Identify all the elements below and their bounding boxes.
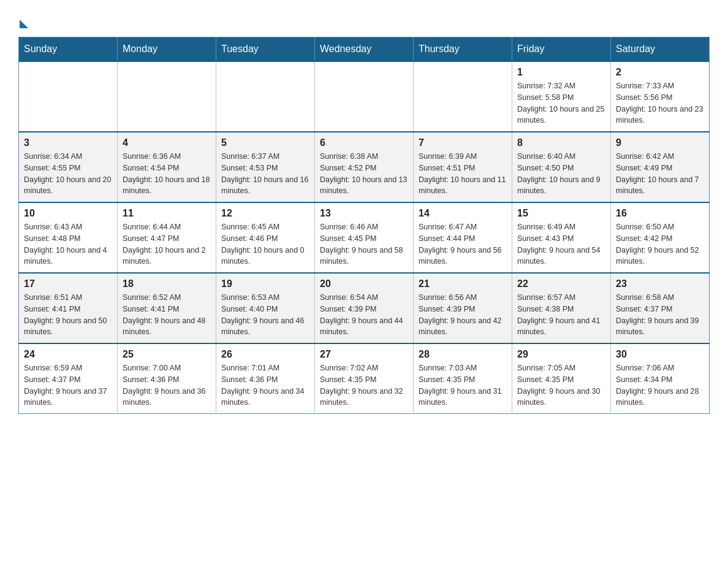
calendar-day-cell: 25Sunrise: 7:00 AMSunset: 4:36 PMDayligh… [118, 343, 216, 414]
day-number: 27 [320, 349, 408, 360]
day-info: Sunrise: 6:36 AMSunset: 4:54 PMDaylight:… [123, 151, 211, 197]
day-number: 8 [517, 137, 605, 148]
calendar-day-cell: 13Sunrise: 6:46 AMSunset: 4:45 PMDayligh… [315, 202, 414, 273]
calendar-day-cell [414, 61, 512, 132]
calendar-day-cell: 2Sunrise: 7:33 AMSunset: 5:56 PMDaylight… [611, 61, 710, 132]
day-number: 4 [123, 137, 211, 148]
calendar-day-cell: 28Sunrise: 7:03 AMSunset: 4:35 PMDayligh… [414, 343, 512, 414]
calendar-day-cell [315, 61, 414, 132]
calendar-week-row: 17Sunrise: 6:51 AMSunset: 4:41 PMDayligh… [19, 273, 710, 343]
calendar-day-cell: 18Sunrise: 6:52 AMSunset: 4:41 PMDayligh… [118, 273, 216, 343]
day-info: Sunrise: 7:01 AMSunset: 4:36 PMDaylight:… [221, 362, 309, 408]
day-info: Sunrise: 7:05 AMSunset: 4:35 PMDaylight:… [517, 362, 605, 408]
logo-general-text [18, 18, 28, 28]
day-of-week-header: Sunday [19, 37, 118, 62]
day-info: Sunrise: 6:54 AMSunset: 4:39 PMDaylight:… [320, 292, 408, 338]
day-number: 6 [320, 137, 408, 148]
day-info: Sunrise: 7:06 AMSunset: 4:34 PMDaylight:… [616, 362, 704, 408]
day-number: 9 [616, 137, 704, 148]
day-of-week-header: Wednesday [315, 37, 414, 62]
day-number: 21 [419, 278, 507, 289]
day-of-week-header: Friday [512, 37, 611, 62]
calendar-day-cell: 15Sunrise: 6:49 AMSunset: 4:43 PMDayligh… [512, 202, 611, 273]
day-number: 1 [517, 67, 605, 78]
day-number: 23 [616, 278, 704, 289]
day-number: 3 [24, 137, 112, 148]
day-number: 17 [24, 278, 112, 289]
calendar-day-cell: 19Sunrise: 6:53 AMSunset: 4:40 PMDayligh… [216, 273, 315, 343]
day-info: Sunrise: 6:45 AMSunset: 4:46 PMDaylight:… [221, 221, 309, 267]
day-info: Sunrise: 7:00 AMSunset: 4:36 PMDaylight:… [123, 362, 211, 408]
calendar-day-cell [118, 61, 216, 132]
day-number: 14 [419, 208, 507, 219]
calendar-day-cell: 27Sunrise: 7:02 AMSunset: 4:35 PMDayligh… [315, 343, 414, 414]
calendar-day-cell: 16Sunrise: 6:50 AMSunset: 4:42 PMDayligh… [611, 202, 710, 273]
day-info: Sunrise: 6:38 AMSunset: 4:52 PMDaylight:… [320, 151, 408, 197]
day-number: 19 [221, 278, 309, 289]
day-info: Sunrise: 6:49 AMSunset: 4:43 PMDaylight:… [517, 221, 605, 267]
day-number: 10 [24, 208, 112, 219]
calendar-day-cell: 1Sunrise: 7:32 AMSunset: 5:58 PMDaylight… [512, 61, 611, 132]
day-info: Sunrise: 6:58 AMSunset: 4:37 PMDaylight:… [616, 292, 704, 338]
day-info: Sunrise: 6:37 AMSunset: 4:53 PMDaylight:… [221, 151, 309, 197]
day-info: Sunrise: 6:42 AMSunset: 4:49 PMDaylight:… [616, 151, 704, 197]
day-number: 15 [517, 208, 605, 219]
day-info: Sunrise: 6:53 AMSunset: 4:40 PMDaylight:… [221, 292, 309, 338]
day-number: 20 [320, 278, 408, 289]
calendar-day-cell: 21Sunrise: 6:56 AMSunset: 4:39 PMDayligh… [414, 273, 512, 343]
day-info: Sunrise: 6:40 AMSunset: 4:50 PMDaylight:… [517, 151, 605, 197]
day-number: 7 [419, 137, 507, 148]
day-of-week-header: Monday [118, 37, 216, 62]
page-header [18, 12, 710, 25]
calendar-day-cell: 11Sunrise: 6:44 AMSunset: 4:47 PMDayligh… [118, 202, 216, 273]
calendar-day-cell: 24Sunrise: 6:59 AMSunset: 4:37 PMDayligh… [19, 343, 118, 414]
calendar-header: SundayMondayTuesdayWednesdayThursdayFrid… [19, 37, 710, 62]
calendar-day-cell: 7Sunrise: 6:39 AMSunset: 4:51 PMDaylight… [414, 132, 512, 202]
day-number: 5 [221, 137, 309, 148]
day-number: 29 [517, 349, 605, 360]
day-info: Sunrise: 7:33 AMSunset: 5:56 PMDaylight:… [616, 80, 704, 126]
day-of-week-header: Tuesday [216, 37, 315, 62]
day-number: 25 [123, 349, 211, 360]
day-number: 18 [123, 278, 211, 289]
logo [18, 12, 28, 25]
calendar-day-cell: 22Sunrise: 6:57 AMSunset: 4:38 PMDayligh… [512, 273, 611, 343]
day-info: Sunrise: 6:43 AMSunset: 4:48 PMDaylight:… [24, 221, 112, 267]
day-info: Sunrise: 6:51 AMSunset: 4:41 PMDaylight:… [24, 292, 112, 338]
day-number: 12 [221, 208, 309, 219]
day-number: 16 [616, 208, 704, 219]
calendar-day-cell [19, 61, 118, 132]
day-info: Sunrise: 6:56 AMSunset: 4:39 PMDaylight:… [419, 292, 507, 338]
calendar-day-cell: 17Sunrise: 6:51 AMSunset: 4:41 PMDayligh… [19, 273, 118, 343]
calendar-week-row: 1Sunrise: 7:32 AMSunset: 5:58 PMDaylight… [19, 61, 710, 132]
logo-arrow-icon [20, 20, 28, 28]
day-info: Sunrise: 6:46 AMSunset: 4:45 PMDaylight:… [320, 221, 408, 267]
day-info: Sunrise: 6:47 AMSunset: 4:44 PMDaylight:… [419, 221, 507, 267]
day-number: 30 [616, 349, 704, 360]
day-number: 28 [419, 349, 507, 360]
calendar-day-cell: 4Sunrise: 6:36 AMSunset: 4:54 PMDaylight… [118, 132, 216, 202]
day-info: Sunrise: 6:59 AMSunset: 4:37 PMDaylight:… [24, 362, 112, 408]
calendar-day-cell: 30Sunrise: 7:06 AMSunset: 4:34 PMDayligh… [611, 343, 710, 414]
calendar-day-cell: 12Sunrise: 6:45 AMSunset: 4:46 PMDayligh… [216, 202, 315, 273]
day-number: 22 [517, 278, 605, 289]
day-number: 26 [221, 349, 309, 360]
calendar-table: SundayMondayTuesdayWednesdayThursdayFrid… [18, 37, 710, 414]
day-info: Sunrise: 6:34 AMSunset: 4:55 PMDaylight:… [24, 151, 112, 197]
day-number: 11 [123, 208, 211, 219]
calendar-day-cell: 3Sunrise: 6:34 AMSunset: 4:55 PMDaylight… [19, 132, 118, 202]
calendar-day-cell: 26Sunrise: 7:01 AMSunset: 4:36 PMDayligh… [216, 343, 315, 414]
calendar-day-cell: 23Sunrise: 6:58 AMSunset: 4:37 PMDayligh… [611, 273, 710, 343]
day-info: Sunrise: 6:39 AMSunset: 4:51 PMDaylight:… [419, 151, 507, 197]
calendar-week-row: 24Sunrise: 6:59 AMSunset: 4:37 PMDayligh… [19, 343, 710, 414]
calendar-day-cell: 29Sunrise: 7:05 AMSunset: 4:35 PMDayligh… [512, 343, 611, 414]
calendar-day-cell: 6Sunrise: 6:38 AMSunset: 4:52 PMDaylight… [315, 132, 414, 202]
day-info: Sunrise: 6:50 AMSunset: 4:42 PMDaylight:… [616, 221, 704, 267]
calendar-week-row: 10Sunrise: 6:43 AMSunset: 4:48 PMDayligh… [19, 202, 710, 273]
calendar-day-cell: 5Sunrise: 6:37 AMSunset: 4:53 PMDaylight… [216, 132, 315, 202]
day-info: Sunrise: 6:52 AMSunset: 4:41 PMDaylight:… [123, 292, 211, 338]
calendar-day-cell: 8Sunrise: 6:40 AMSunset: 4:50 PMDaylight… [512, 132, 611, 202]
calendar-day-cell: 9Sunrise: 6:42 AMSunset: 4:49 PMDaylight… [611, 132, 710, 202]
day-info: Sunrise: 6:44 AMSunset: 4:47 PMDaylight:… [123, 221, 211, 267]
day-number: 24 [24, 349, 112, 360]
